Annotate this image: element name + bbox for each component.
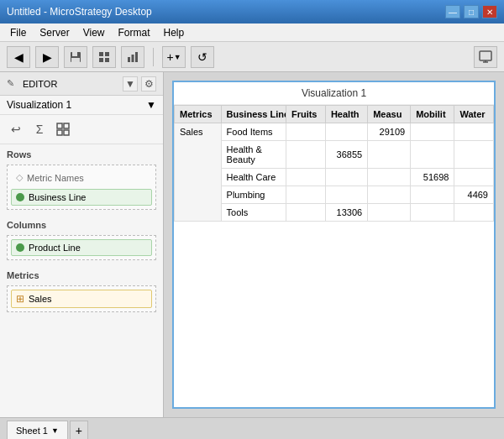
svg-rect-8 — [132, 55, 134, 62]
hb-fruits — [286, 141, 325, 169]
network-button[interactable] — [474, 46, 497, 68]
window-controls: — □ ✕ — [445, 5, 497, 18]
pl-fruits — [286, 186, 325, 204]
metric-names-field[interactable]: ◇ Metric Names — [11, 169, 152, 186]
data-button[interactable] — [92, 46, 116, 68]
svg-rect-7 — [128, 57, 130, 62]
add-icon: + — [166, 50, 173, 64]
viz-selector: Visualization 1 ▼ — [0, 96, 163, 115]
left-panel: ✎ EDITOR ▼ ⚙ Visualization 1 ▼ ↩ Σ — [0, 72, 164, 417]
business-health-beauty: Health &Beauty — [221, 141, 286, 169]
menu-bar: File Server View Format Help — [0, 24, 504, 42]
menu-view[interactable]: View — [76, 25, 112, 40]
table-row: Health &Beauty 36855 — [175, 141, 494, 169]
tools-mobility — [411, 204, 454, 222]
sales-metric-icon: ⊞ — [16, 293, 24, 305]
settings-icon[interactable]: ⚙ — [141, 76, 156, 91]
table-row: Health Care 51698 — [175, 169, 494, 186]
col-fruits: Fruits — [286, 106, 325, 123]
columns-label: Columns — [0, 215, 163, 233]
svg-rect-6 — [105, 58, 109, 62]
sales-field[interactable]: ⊞ Sales — [11, 290, 152, 308]
hb-mobility — [411, 141, 454, 169]
product-line-field[interactable]: Product Line — [11, 239, 152, 256]
filter-icon[interactable]: ▼ — [123, 76, 138, 91]
svg-rect-14 — [64, 123, 69, 128]
svg-rect-9 — [135, 52, 138, 62]
food-measure: 29109 — [368, 123, 411, 141]
sheet1-chevron: ▼ — [51, 426, 59, 435]
business-health-care: Health Care — [221, 169, 286, 186]
menu-file[interactable]: File — [3, 25, 33, 40]
business-line-field[interactable]: Business Line — [11, 189, 152, 206]
business-line-dot — [16, 193, 24, 201]
tools-fruits — [286, 204, 325, 222]
tools-health: 13306 — [325, 204, 367, 222]
col-measure: Measu — [368, 106, 411, 123]
sigma-icon[interactable]: Σ — [30, 120, 49, 138]
minimize-button[interactable]: — — [445, 5, 460, 18]
col-metrics: Metrics — [175, 106, 222, 123]
chart-icon — [126, 50, 139, 64]
svg-rect-5 — [99, 58, 103, 62]
add-button[interactable]: + ▼ — [162, 46, 186, 68]
viz-chevron-icon[interactable]: ▼ — [146, 99, 156, 111]
window-title: Untitled - MicroStrategy Desktop — [7, 6, 152, 18]
hc-water — [454, 169, 494, 186]
metric-names-label: Metric Names — [27, 173, 84, 183]
back-button[interactable]: ◀ — [7, 46, 30, 68]
hb-measure — [368, 141, 411, 169]
undo-icon[interactable]: ↩ — [7, 120, 25, 138]
business-tools: Tools — [221, 204, 286, 222]
viz-name: Visualization 1 — [7, 99, 146, 111]
pl-mobility — [411, 186, 454, 204]
maximize-button[interactable]: □ — [464, 5, 479, 18]
editor-tab[interactable]: EDITOR — [19, 77, 60, 91]
grid-icon[interactable] — [54, 120, 72, 138]
toolbar: ◀ ▶ + ▼ ↺ — [0, 42, 504, 72]
menu-format[interactable]: Format — [111, 25, 156, 40]
menu-server[interactable]: Server — [33, 25, 76, 40]
save-icon — [69, 50, 82, 64]
hb-health: 36855 — [325, 141, 367, 169]
table-row: Plumbing 4469 — [175, 186, 494, 204]
hc-mobility: 51698 — [411, 169, 454, 186]
table-header-row: Metrics Business Line Fruits Health Meas… — [175, 106, 494, 123]
chart-button[interactable] — [121, 46, 144, 68]
metrics-drop-zone[interactable]: ⊞ Sales — [7, 285, 156, 312]
refresh-button[interactable]: ↺ — [191, 46, 214, 68]
food-fruits — [286, 123, 325, 141]
viz-title: Visualization 1 — [174, 82, 494, 105]
product-line-label: Product Line — [29, 243, 81, 253]
product-line-dot — [16, 243, 24, 252]
viz-container: Visualization 1 Metrics Business Line Fr… — [172, 81, 496, 409]
add-sheet-button[interactable]: + — [70, 421, 88, 439]
svg-rect-10 — [480, 51, 491, 60]
title-bar: Untitled - MicroStrategy Desktop — □ ✕ — [0, 0, 504, 24]
rows-drop-zone[interactable]: ◇ Metric Names Business Line — [7, 165, 156, 210]
food-health — [325, 123, 367, 141]
col-water: Water — [454, 106, 494, 123]
columns-drop-zone[interactable]: Product Line — [7, 235, 156, 260]
business-plumbing: Plumbing — [221, 186, 286, 204]
svg-rect-16 — [64, 130, 69, 135]
menu-help[interactable]: Help — [157, 25, 192, 40]
data-table: Metrics Business Line Fruits Health Meas… — [174, 105, 494, 222]
close-button[interactable]: ✕ — [482, 5, 497, 18]
editor-header: ✎ EDITOR ▼ ⚙ — [0, 72, 163, 96]
forward-button[interactable]: ▶ — [35, 46, 59, 68]
hc-health — [325, 169, 367, 186]
editor-header-icons: ▼ ⚙ — [123, 76, 156, 91]
svg-rect-15 — [57, 130, 62, 135]
hb-water — [454, 141, 494, 169]
business-food-items: Food Items — [221, 123, 286, 141]
table-container[interactable]: Metrics Business Line Fruits Health Meas… — [174, 105, 494, 407]
pl-water: 4469 — [454, 186, 494, 204]
metric-names-icon: ◇ — [16, 172, 23, 183]
sheet1-tab[interactable]: Sheet 1 ▼ — [7, 421, 68, 439]
sheet1-label: Sheet 1 — [16, 426, 48, 436]
save-button[interactable] — [64, 46, 87, 68]
network-icon — [479, 50, 492, 64]
rows-label: Rows — [0, 144, 163, 163]
pl-health — [325, 186, 367, 204]
